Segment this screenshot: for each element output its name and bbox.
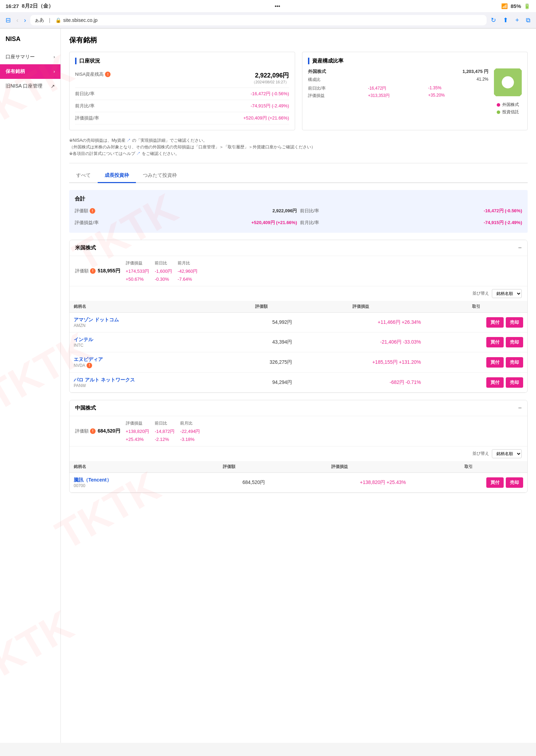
tabs-button[interactable]: ⧉ [525, 15, 532, 25]
month-change-row: 前月比/率 -74,915円 (-2.49%) [75, 100, 289, 112]
us-stocks-header: 米国株式 − [70, 240, 527, 256]
cn-col-profit: 評価損益 [269, 461, 410, 473]
refresh-button[interactable]: ↻ [489, 15, 497, 25]
my-assets-link[interactable]: ↗ [127, 138, 131, 143]
stock-name-panw[interactable]: パロ アルト ネットワークス [74, 377, 222, 383]
us-profit-label: 評価損益 [126, 260, 143, 266]
panw-profit: -682円 -0.71% [390, 379, 421, 385]
panw-buy-button[interactable]: 買付 [486, 377, 504, 388]
us-stocks-summary-row: 評価額 ! 518,955円 評価損益 +174,533円 +50.67% 前日… [70, 256, 527, 286]
notice-text: ※NISAの売却損益は、My資産 ↗ の「実現損益詳細」でご確認ください。 （外… [69, 137, 528, 157]
stock-name-amzn[interactable]: アマゾン ドットコム [74, 317, 222, 323]
nvda-sell-button[interactable]: 売却 [506, 357, 523, 368]
sidebar-item-holdings[interactable]: 保有銘柄 › [0, 64, 60, 79]
address-label: ぁあ [34, 17, 44, 23]
nisa-balance-info-icon[interactable]: ! [105, 72, 111, 77]
amzn-profit: +11,466円 +26.34% [378, 319, 421, 325]
nvda-warning-icon[interactable]: ! [87, 363, 92, 368]
nisa-balance-date: （2024/08/02 16:27） [252, 80, 289, 85]
status-bar: 16:27 8月2日（金） ••• 📶 85% 🔋 [0, 0, 536, 12]
composition-ratio-label: 構成比 [308, 77, 320, 83]
dots-display: ••• [275, 3, 280, 9]
cn-col-trade: 取引 [410, 461, 527, 473]
cn-sort-label: 並び替え [472, 451, 489, 457]
panw-sell-button[interactable]: 売却 [506, 377, 523, 388]
battery-display: 85% [511, 3, 521, 9]
foreign-stock-label: 外国株式 [308, 68, 326, 75]
china-stocks-collapse-button[interactable]: − [518, 404, 522, 412]
summary-section: 合計 評価額 ! 2,922,096円 前日比/率 -16,472円 (-0.5… [69, 190, 528, 233]
table-row: インテル INTC 43,394円 -21,406円 -33.03% 買付 売却 [70, 332, 527, 352]
investment-trust-legend-label: 投資信託 [502, 109, 519, 115]
sidebar-label-account-summary: 口座サマリー [6, 54, 35, 60]
tencent-sell-button[interactable]: 売却 [506, 477, 523, 488]
date-display: 8月2日（金） [22, 3, 54, 9]
summary-profit-value: +520,409円 (+21.66%) [251, 220, 297, 226]
col-profit: 評価損益 [296, 301, 425, 313]
amzn-buy-button[interactable]: 買付 [486, 317, 504, 328]
page-title: 保有銘柄 [69, 35, 528, 45]
foreign-day-change: -16,472円 [368, 85, 428, 91]
tencent-buy-button[interactable]: 買付 [486, 477, 504, 488]
foreign-profit-rate: +35.20% [428, 93, 488, 99]
sidebar-item-old-nisa[interactable]: 旧NISA 口座管理 ↗ [0, 79, 60, 93]
us-month-change-rate: -7.64% [178, 277, 192, 282]
us-stocks-collapse-button[interactable]: − [518, 244, 522, 252]
add-tab-button[interactable]: + [514, 15, 520, 25]
china-stocks-sort-bar: 並び替え 銘柄名順 評価額順 損益順 [70, 446, 527, 461]
sort-select[interactable]: 銘柄名順 評価額順 損益順 [492, 289, 522, 298]
stock-name-nvda[interactable]: エヌビディア [74, 356, 222, 363]
amzn-sell-button[interactable]: 売却 [506, 317, 523, 328]
cn-month-change-rate: -3.18% [180, 437, 194, 442]
sort-label: 並び替え [472, 290, 489, 296]
cn-month-change-value: -22,494円 [180, 428, 200, 435]
summary-month-value: -74,915円 (-2.49%) [484, 220, 522, 226]
tab-growth[interactable]: 成長投資枠 [98, 169, 136, 183]
intc-sell-button[interactable]: 売却 [506, 337, 523, 347]
china-stocks-summary-row: 評価額 ! 684,520円 評価損益 +138,820円 +25.43% 前日… [70, 416, 527, 446]
foreign-profit: +313,353円 [368, 93, 428, 99]
sidebar-label-old-nisa: 旧NISA 口座管理 [6, 83, 42, 89]
forward-button[interactable]: › [23, 15, 27, 25]
china-stocks-title: 中国株式 [75, 405, 96, 411]
chevron-right-icon-active: › [54, 69, 55, 74]
svg-point-2 [502, 76, 514, 88]
share-button[interactable]: ⬆ [502, 15, 510, 25]
tencent-profit: +138,820円 +25.43% [360, 479, 406, 485]
address-bar[interactable]: ぁあ | 🔒 site.sbisec.co.jp [30, 15, 487, 25]
stock-code-panw: PANW [74, 383, 222, 388]
intc-buy-button[interactable]: 買付 [486, 337, 504, 347]
intc-profit: -21,406円 -33.03% [380, 339, 421, 345]
stock-code-tencent: 00700 [74, 483, 185, 488]
sidebar-toggle-button[interactable]: ⊟ [4, 15, 12, 25]
day-change-value: -16,472円 (-0.56%) [251, 91, 289, 97]
cn-col-name: 銘柄名 [70, 461, 189, 473]
cn-day-change-value: -14,872円 [155, 428, 174, 435]
tab-tsumitate[interactable]: つみたて投資枠 [136, 169, 184, 183]
chevron-right-icon: › [54, 55, 55, 59]
summary-profit-label: 評価損益/率 [75, 220, 99, 226]
external-link-icon: ↗ [51, 83, 55, 89]
stock-name-intc[interactable]: インテル [74, 337, 222, 343]
tab-all[interactable]: すべて [69, 169, 98, 183]
foreign-stock-legend-label: 外国株式 [502, 102, 519, 108]
profit-loss-sub-label: 評価損益 [308, 93, 368, 99]
summary-eval-value: 2,922,096円 [273, 208, 297, 214]
cn-profit-rate: +25.43% [126, 437, 144, 442]
app-container: NISA 口座サマリー › 保有銘柄 › 旧NISA 口座管理 ↗ 保有銘柄 口… [0, 28, 536, 743]
help-link[interactable]: ↗ [136, 151, 140, 156]
cn-eval-info-icon[interactable]: ! [90, 428, 96, 434]
divider-1 [69, 163, 528, 163]
sidebar: NISA 口座サマリー › 保有銘柄 › 旧NISA 口座管理 ↗ [0, 28, 61, 743]
us-eval-info-icon[interactable]: ! [90, 268, 96, 274]
back-button[interactable]: ‹ [15, 15, 20, 25]
eval-info-icon[interactable]: ! [90, 208, 95, 214]
composition-ratio-value: 41.2% [477, 77, 488, 83]
stock-name-tencent[interactable]: 騰訊（Tencent） [74, 477, 185, 483]
day-change-label: 前日比/率 [75, 91, 95, 97]
sidebar-item-account-summary[interactable]: 口座サマリー › [0, 50, 60, 64]
cn-sort-select[interactable]: 銘柄名順 評価額順 損益順 [492, 449, 522, 458]
cn-eval-amount: 684,520円 [98, 428, 120, 434]
profit-loss-label: 評価損益/率 [75, 115, 99, 121]
nvda-buy-button[interactable]: 買付 [486, 357, 504, 368]
